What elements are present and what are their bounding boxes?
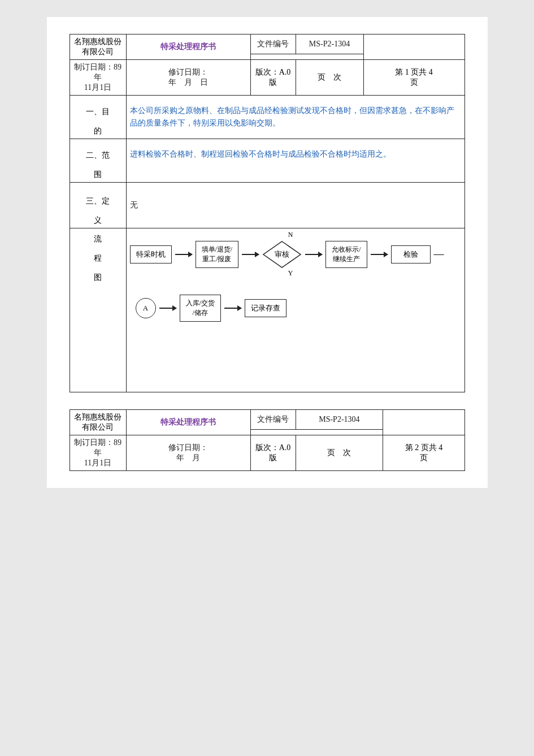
page-label: 页 次 — [296, 60, 363, 96]
flow-diamond: 审核 — [262, 240, 302, 269]
flow-continues: — — [434, 248, 444, 260]
section2-label: 二、范 围 — [70, 139, 126, 183]
p2-doc-number: MS-P2-1304 — [296, 410, 383, 430]
flow-circle-a: A — [136, 298, 156, 318]
flow-node-fillform: 填单/退货/重工/报废 — [196, 241, 239, 268]
header-row3: 制订日期：89年 11月1日 修订日期： 年 月 日 版次：A.0 版 页 次 … — [70, 60, 464, 96]
n-label: N — [288, 231, 293, 239]
page-container: 名翔惠线股份 有限公司 特采处理程序书 文件编号 MS-P2-1304 制订日期… — [47, 17, 488, 488]
version: 版次：A.0 版 — [250, 60, 296, 96]
flow-top-row: 特采时机 填单/退货/重工/报废 N — [130, 231, 461, 278]
page2-table: 名翔惠线股份 有限公司 特采处理程序书 文件编号 MS-P2-1304 制订日期… — [70, 409, 465, 471]
p2-header-row1: 名翔惠线股份 有限公司 特采处理程序书 文件编号 MS-P2-1304 — [70, 410, 464, 430]
flow-node-store: 入库/交货/储存 — [180, 295, 221, 322]
section1-row: 一、目 的 本公司所采购之原物料、在制品与成品经检验测试发现不合格时，但因需求甚… — [70, 96, 464, 139]
flow-arrow4 — [371, 254, 388, 255]
header-row1: 名翔惠线股份 有限公司 特采处理程序书 文件编号 MS-P2-1304 — [70, 34, 464, 54]
page1-table: 名翔惠线股份 有限公司 特采处理程序书 文件编号 MS-P2-1304 制订日期… — [70, 34, 465, 392]
flow-node-allow: 允收标示/继续生产 — [325, 241, 367, 268]
section1-label: 一、目 的 — [70, 96, 126, 139]
flow-bottom-row: A 入库/交货/储存 记录存查 — [136, 295, 461, 322]
company-name: 名翔惠线股份 有限公司 — [70, 34, 126, 60]
flow-arrow6 — [224, 308, 241, 309]
section2-row: 二、范 围 进料检验不合格时、制程巡回检验不合格时与成品检验不合格时均适用之。 — [70, 139, 464, 183]
y-label: Y — [288, 269, 293, 278]
revise-date: 修订日期： 年 月 日 — [126, 60, 250, 96]
section3-label: 三、定 义 — [70, 183, 126, 228]
section2-content: 进料检验不合格时、制程巡回检验不合格时与成品检验不合格时均适用之。 — [126, 139, 464, 183]
flowchart-cell: 特采时机 填单/退货/重工/报废 N — [126, 228, 464, 392]
flowchart-spacer — [130, 322, 461, 390]
section4-row: 流程图 特采时机 填单/退货/重工/报废 N — [70, 228, 464, 392]
section4-label: 流程图 — [70, 228, 126, 392]
diamond-label: 审核 — [275, 249, 289, 260]
page-gap — [70, 392, 465, 409]
flow-node-start: 特采时机 — [130, 245, 172, 263]
section3-content: 无 — [126, 183, 464, 228]
doc-label: 文件编号 — [250, 34, 296, 54]
p2-company-name: 名翔惠线股份 有限公司 — [70, 410, 126, 435]
page-number: 第 1 页共 4 页 — [363, 60, 464, 96]
p2-doc-label: 文件编号 — [250, 410, 296, 430]
section1-content: 本公司所采购之原物料、在制品与成品经检验测试发现不合格时，但因需求甚急，在不影响… — [126, 96, 464, 139]
p2-page-number: 第 2 页共 4 页 — [383, 435, 464, 471]
flow-node-inspect: 检验 — [391, 245, 431, 263]
doc-number: MS-P2-1304 — [296, 34, 363, 54]
flow-arrow3 — [305, 254, 322, 255]
flow-arrow5 — [159, 308, 176, 309]
flow-node-record: 记录存查 — [245, 299, 286, 317]
section3-row: 三、定 义 无 — [70, 183, 464, 228]
flow-diamond-wrapper: N 审核 Y — [262, 231, 302, 278]
p2-revise-date: 修订日期： 年 月 — [126, 435, 250, 471]
flow-arrow1 — [175, 254, 192, 255]
p2-doc-title: 特采处理程序书 — [126, 410, 250, 435]
flow-arrow2 — [242, 254, 259, 255]
p2-page-label: 页 次 — [296, 435, 383, 471]
p2-version: 版次：A.0 版 — [250, 435, 296, 471]
doc-title: 特采处理程序书 — [126, 34, 250, 60]
p2-header-row3: 制订日期：89年 11月1日 修订日期： 年 月 版次：A.0 版 页 次 第 … — [70, 435, 464, 471]
p2-create-date: 制订日期：89年 11月1日 — [70, 435, 126, 471]
create-date: 制订日期：89年 11月1日 — [70, 60, 126, 96]
